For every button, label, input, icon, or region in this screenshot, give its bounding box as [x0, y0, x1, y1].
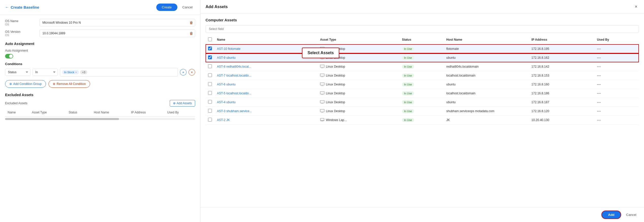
col-name-header: Name: [214, 35, 317, 44]
back-link[interactable]: ← Create Baseline: [5, 5, 39, 10]
asset-name-link[interactable]: AST-9 ubuntu: [217, 56, 235, 60]
asset-type-label: Linux Desktop: [326, 74, 345, 77]
add-condition-group-button[interactable]: ⊕ Add Condition Group: [5, 80, 46, 88]
right-header: Add Assets ×: [200, 0, 644, 14]
right-panel-title: Add Assets: [206, 5, 228, 9]
asset-ip-cell: 172.16.8.142: [529, 62, 594, 71]
os-name-delete-icon[interactable]: 🗑: [190, 21, 193, 25]
asset-checkbox[interactable]: [208, 91, 212, 95]
tag-in-stock-close[interactable]: ×: [75, 71, 77, 74]
asset-name-link[interactable]: AST-8 redhat804s.local...: [217, 65, 251, 68]
select-all-checkbox[interactable]: [208, 37, 212, 41]
col-checkbox: [206, 35, 214, 44]
asset-name-link[interactable]: AST-2 JK: [217, 118, 230, 122]
search-area: Select Assets: [206, 25, 639, 35]
asset-status-cell: In Use: [399, 89, 444, 98]
svg-rect-5: [321, 59, 324, 59]
computer-assets-title: Computer Assets: [206, 18, 639, 22]
asset-type-cell: Linux Desktop: [317, 62, 399, 71]
os-name-input[interactable]: [40, 19, 195, 26]
asset-name-link[interactable]: AST-7 localhost.localdo...: [217, 74, 251, 77]
asset-ip-cell: 172.16.8.186: [529, 89, 594, 98]
left-header: ← Create Baseline Create Cancel: [0, 0, 200, 15]
svg-rect-9: [320, 74, 324, 76]
asset-ip-cell: 172.16.8.162: [529, 53, 594, 62]
asset-checkbox[interactable]: [208, 82, 212, 86]
create-button[interactable]: Create: [156, 4, 177, 11]
col-status-header: Status: [399, 35, 444, 44]
close-button[interactable]: ×: [633, 4, 639, 10]
remove-all-label: Remove All Condition: [57, 82, 86, 86]
asset-checkbox[interactable]: [208, 100, 212, 104]
asset-type-cell: Linux Desktop: [317, 89, 399, 98]
asset-usedby-cell: ----: [594, 62, 639, 71]
asset-type-icon: [320, 91, 325, 96]
asset-type-label: Linux Desktop: [326, 92, 345, 95]
tag-in-stock: In Stock ×: [62, 70, 79, 74]
scrollbar-container[interactable]: [5, 118, 195, 120]
asset-name-link[interactable]: AST-10 flotomate: [217, 47, 241, 51]
status-badge: In Use: [402, 73, 414, 78]
asset-ip-cell: 172.16.8.160: [529, 80, 594, 89]
add-assets-button[interactable]: ⊕ Add Assets: [170, 100, 195, 107]
asset-checkbox[interactable]: [208, 64, 212, 68]
add-condition-plus-icon: ⊕: [9, 82, 12, 86]
asset-type-icon: [320, 82, 325, 87]
left-panel: ← Create Baseline Create Cancel OS Name …: [0, 0, 200, 222]
os-version-input-wrap: 🗑: [40, 29, 195, 37]
cancel-final-button[interactable]: Cancel: [624, 211, 639, 218]
os-version-delete-icon[interactable]: 🗑: [190, 31, 193, 35]
condition-field-select[interactable]: Status: [5, 69, 30, 76]
asset-name-link[interactable]: AST-6 ubuntu: [217, 83, 235, 86]
back-arrow-icon: ←: [5, 5, 9, 10]
asset-type-icon: [320, 109, 325, 113]
table-row: AST-8 redhat804s.local... Linux Desktop …: [206, 62, 639, 71]
condition-op-select[interactable]: In: [32, 69, 58, 76]
os-name-label-wrap: OS Name OS: [5, 19, 36, 26]
asset-status-cell: In Use: [399, 116, 444, 125]
asset-hostname-cell: flotomate: [444, 44, 529, 53]
col-usedby-header: Used By: [594, 35, 639, 44]
remove-all-condition-button[interactable]: ⊗ Remove All Condition: [48, 80, 90, 88]
add-assets-plus-icon: ⊕: [173, 101, 176, 105]
row-checkbox-cell: [206, 53, 214, 62]
asset-checkbox[interactable]: [208, 55, 212, 59]
asset-name-link[interactable]: AST-5 localhost.localdo...: [217, 92, 251, 95]
asset-checkbox[interactable]: [208, 118, 212, 122]
tags-input[interactable]: In Stock × +3: [60, 68, 178, 77]
status-badge: In Use: [402, 100, 414, 104]
asset-type-label: Linux Desktop: [326, 100, 345, 104]
add-final-button[interactable]: Add: [601, 211, 621, 219]
asset-name-cell: AST-2 JK: [214, 116, 317, 125]
asset-usedby-cell: ----: [594, 44, 639, 53]
os-version-row: OS Version OS 🗑: [5, 29, 195, 37]
svg-rect-18: [320, 100, 324, 103]
asset-name-link[interactable]: AST-4 ubuntu: [217, 100, 235, 104]
table-row: AST-7 localhost.localdo... Linux Desktop…: [206, 71, 639, 80]
row-checkbox-cell: [206, 71, 214, 80]
add-condition-label: Add Condition Group: [13, 82, 42, 86]
cancel-button[interactable]: Cancel: [180, 4, 195, 11]
col-type-header: Asset Type: [317, 35, 399, 44]
auto-assignment-toggle[interactable]: [5, 54, 13, 58]
asset-type-cell: Linux Desktop: [317, 107, 399, 116]
svg-rect-17: [321, 95, 324, 95]
asset-checkbox[interactable]: [208, 47, 212, 50]
asset-checkbox[interactable]: [208, 73, 212, 77]
svg-rect-10: [321, 76, 323, 77]
search-input[interactable]: [206, 25, 639, 33]
add-condition-icon-btn[interactable]: +: [180, 69, 187, 76]
asset-type-cell: Linux Desktop: [317, 71, 399, 80]
asset-type-label: Linux Desktop: [326, 83, 345, 86]
asset-hostname-cell: localhost.localdomain: [444, 89, 529, 98]
excluded-assets-header-row: Name Asset Type Status Host Name IP Addr…: [5, 109, 195, 116]
select-assets-tooltip: Select Assets: [302, 48, 339, 58]
os-version-input[interactable]: [40, 29, 195, 37]
remove-condition-icon-btn[interactable]: ×: [189, 69, 195, 76]
os-version-label-wrap: OS Version OS: [5, 30, 36, 37]
row-checkbox-cell: [206, 44, 214, 53]
asset-checkbox[interactable]: [208, 109, 212, 113]
svg-rect-11: [321, 77, 324, 77]
asset-type-cell: Windows Lap...: [317, 116, 399, 125]
asset-name-link[interactable]: AST-3 shubham.service...: [217, 109, 252, 113]
